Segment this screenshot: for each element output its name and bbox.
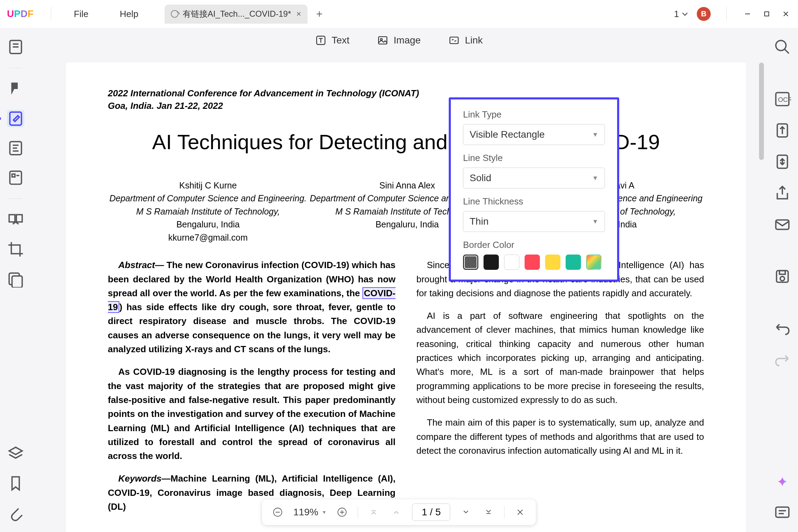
svg-rect-16 [12,276,22,288]
tab-icon [171,10,178,18]
layers-tool[interactable] [7,445,24,462]
chevron-down-icon: ▼ [592,131,598,138]
crop-tool[interactable] [7,241,24,258]
save-button[interactable] [774,268,791,285]
organize-tool[interactable] [7,211,24,228]
next-page-button[interactable] [459,505,473,519]
text-tool[interactable]: Text [315,35,349,46]
chevron-down-icon [682,12,688,16]
svg-rect-38 [776,507,789,517]
link-type-select[interactable]: Visible Rectangle ▼ [463,124,605,145]
chevron-down-icon [462,508,470,516]
chevron-down-icon: ▼ [322,509,327,515]
divider [51,7,51,21]
last-page-button[interactable] [482,505,496,519]
line-style-label: Line Style [463,153,605,163]
text-icon [315,35,326,46]
redact-tool[interactable] [7,270,24,288]
color-swatch-gray[interactable] [463,255,478,270]
document-viewport[interactable]: IEEE | DOI: 10.1109/ICONAT53423.2022.972… [66,63,746,532]
reader-tool[interactable] [7,38,24,56]
close-button[interactable] [781,9,791,19]
edit-tool[interactable] [7,110,24,127]
color-swatch-teal[interactable] [566,255,581,270]
convert-button[interactable] [774,122,791,139]
user-avatar[interactable]: B [697,7,711,21]
author-block: Kshitij C Kurne Department of Computer S… [109,179,306,244]
link-tool[interactable]: Link [448,35,482,46]
titlebar: UPDF File Help 有链接AI_Tech..._COVID-19* ×… [0,0,798,28]
maximize-button[interactable] [761,9,772,19]
zoom-level[interactable]: 119% ▼ [293,507,326,518]
svg-rect-13 [9,215,15,222]
tab-close-icon[interactable]: × [296,9,301,19]
ai-sparkle-icon [776,475,789,488]
color-swatch-red[interactable] [525,255,540,270]
divider [504,506,505,518]
scrollbar-thumb[interactable] [759,63,764,160]
first-page-button[interactable] [367,505,381,519]
last-page-icon [485,508,493,516]
share-button[interactable] [774,184,791,202]
ai-button[interactable] [774,473,791,490]
svg-point-37 [780,276,785,281]
color-swatches [463,255,605,270]
color-swatch-yellow[interactable] [545,255,560,270]
link-type-label: Link Type [463,109,605,120]
bookmark-tool[interactable] [7,475,24,492]
first-page-icon [370,508,378,516]
ocr-button[interactable]: OCR [774,90,791,108]
form-tool[interactable] [7,169,24,186]
link-properties-popup: Link Type Visible Rectangle ▼ Line Style… [449,97,619,282]
compress-button[interactable] [774,153,791,170]
zoom-out-icon [273,507,282,517]
window-counter[interactable]: 1 [674,9,688,19]
vertical-scrollbar[interactable] [759,63,764,167]
menu-help[interactable]: Help [120,9,138,19]
divider [358,506,358,518]
divider [9,199,23,199]
color-swatch-white[interactable] [504,255,519,270]
redo-button[interactable] [774,351,791,369]
image-icon [377,35,389,46]
comments-panel-button[interactable] [774,504,791,522]
left-sidebar [0,28,31,532]
color-swatch-gradient[interactable] [586,255,601,270]
image-tool[interactable]: Image [377,35,421,46]
email-button[interactable] [774,216,791,233]
right-sidebar: OCR [767,28,798,532]
color-swatch-black[interactable] [484,255,499,270]
undo-button[interactable] [774,320,791,337]
page-number-input[interactable]: 1 / 5 [412,503,450,521]
svg-rect-14 [16,215,22,222]
svg-rect-10 [10,171,21,184]
svg-point-28 [776,40,786,50]
divider [726,7,727,21]
comment-tool[interactable] [7,80,24,98]
minimize-icon [744,10,751,17]
prev-page-button[interactable] [390,505,404,519]
chevron-down-icon: ▼ [592,175,598,182]
svg-rect-11 [12,174,15,177]
left-column: Abstract— The new Coronavirus infection … [108,258,396,522]
zoom-out-button[interactable] [271,505,285,519]
svg-line-29 [784,49,789,54]
line-style-select[interactable]: Solid ▼ [463,168,605,188]
app-logo: UPDF [7,8,33,19]
close-controls-button[interactable] [513,505,527,519]
close-icon [782,10,789,17]
tab-title: 有链接AI_Tech..._COVID-19* [183,8,291,19]
edit-toolbar: Text Image Link [315,35,483,46]
attachment-tool[interactable] [7,504,24,522]
new-tab-button[interactable]: + [316,8,323,21]
svg-rect-34 [776,220,789,229]
line-thickness-select[interactable]: Thin ▼ [463,211,605,232]
svg-rect-1 [765,12,769,16]
page-tool[interactable] [7,139,24,157]
minimize-button[interactable] [742,9,753,19]
zoom-in-button[interactable] [335,505,349,519]
svg-rect-20 [450,37,458,44]
search-button[interactable] [774,38,791,56]
document-tab[interactable]: 有链接AI_Tech..._COVID-19* × [165,5,308,24]
menu-file[interactable]: File [74,9,88,19]
